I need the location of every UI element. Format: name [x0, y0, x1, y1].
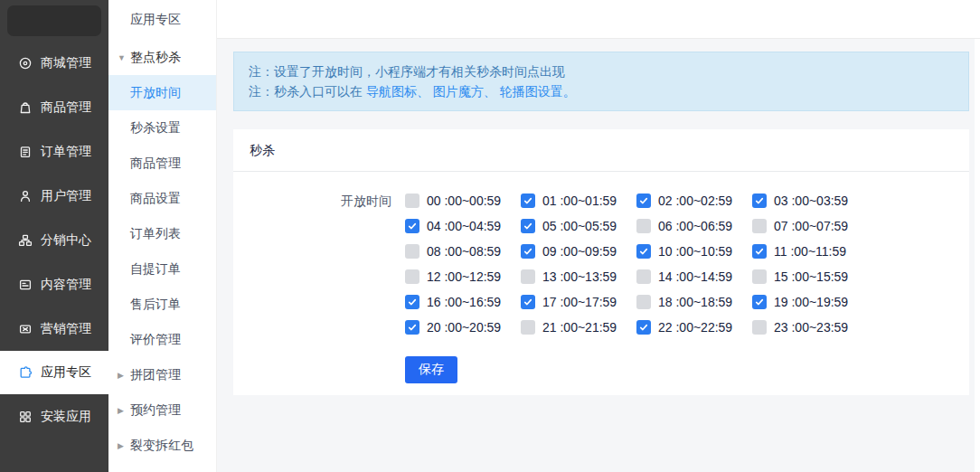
time-slot-label: 23 :00~23:59	[774, 320, 848, 335]
time-slot-option-11[interactable]: 11 :00~11:59	[752, 239, 868, 264]
submenu-item-label: 预约管理	[130, 402, 181, 419]
time-slot-option-19[interactable]: 19 :00~19:59	[752, 289, 868, 315]
sidebar-item-users[interactable]: 用户管理	[0, 174, 108, 218]
checkbox-checked-icon[interactable]	[405, 320, 419, 335]
submenu-item-label: 拼团管理	[130, 367, 181, 383]
time-slot-option-5[interactable]: 05 :00~05:59	[521, 213, 636, 239]
checkbox-checked-icon[interactable]	[636, 244, 651, 259]
time-slot-option-2[interactable]: 02 :00~02:59	[636, 188, 752, 213]
checkbox-checked-icon[interactable]	[521, 194, 535, 208]
checkbox-unchecked-icon[interactable]	[405, 269, 419, 284]
time-slot-option-8[interactable]: 08 :00~08:59	[405, 239, 521, 264]
submenu-item-label: 秒杀设置	[130, 120, 181, 137]
checkbox-checked-icon[interactable]	[521, 295, 535, 309]
sidebar-item-label: 分销中心	[41, 232, 91, 249]
time-slot-option-23[interactable]: 23 :00~23:59	[752, 315, 868, 340]
sidebar-item-orders[interactable]: 订单管理	[0, 129, 108, 174]
sidebar-item-goods[interactable]: 商品管理	[0, 85, 108, 129]
submenu-item-5[interactable]: 商品设置	[108, 181, 216, 216]
panel-title: 秒杀	[233, 129, 969, 171]
time-slot-label: 15 :00~15:59	[774, 269, 848, 284]
time-slot-option-16[interactable]: 16 :00~16:59	[405, 289, 521, 315]
time-slot-option-17[interactable]: 17 :00~17:59	[521, 289, 636, 315]
submenu-item-7[interactable]: 自提订单	[108, 251, 216, 287]
time-slot-option-21[interactable]: 21 :00~21:59	[521, 315, 636, 340]
submenu-item-6[interactable]: 订单列表	[108, 216, 216, 251]
checkbox-checked-icon[interactable]	[752, 295, 767, 309]
checkbox-unchecked-icon[interactable]	[521, 320, 535, 335]
submenu-item-10[interactable]: ▶拼团管理	[108, 357, 216, 392]
main-sidebar: 商城管理商品管理订单管理用户管理分销中心内容管理营销管理应用专区安装应用	[0, 0, 108, 472]
time-slot-label: 09 :00~09:59	[542, 244, 617, 259]
checkbox-unchecked-icon[interactable]	[752, 269, 767, 284]
sidebar-item-content[interactable]: 内容管理	[0, 262, 108, 307]
sidebar-item-apps[interactable]: 应用专区	[0, 351, 108, 394]
checkbox-unchecked-icon[interactable]	[405, 194, 419, 208]
sidebar-item-mall[interactable]: 商城管理	[0, 41, 108, 85]
checkbox-unchecked-icon[interactable]	[752, 320, 767, 335]
sidebar-item-marketing[interactable]: 营销管理	[0, 307, 108, 351]
time-slot-label: 03 :00~03:59	[774, 194, 848, 208]
checkbox-unchecked-icon[interactable]	[636, 269, 651, 284]
time-slot-option-6[interactable]: 06 :00~06:59	[636, 213, 752, 239]
save-button[interactable]: 保存	[405, 356, 457, 383]
submenu-item-3[interactable]: 秒杀设置	[108, 110, 216, 146]
time-slot-option-14[interactable]: 14 :00~14:59	[636, 264, 752, 289]
time-slot-option-12[interactable]: 12 :00~12:59	[405, 264, 521, 289]
orders-icon	[18, 145, 33, 159]
time-slot-option-20[interactable]: 20 :00~20:59	[405, 315, 521, 340]
time-slot-option-4[interactable]: 04 :00~04:59	[405, 213, 521, 239]
time-slot-label: 07 :00~07:59	[774, 219, 848, 233]
scrollbar-track[interactable]	[975, 39, 980, 472]
checkbox-unchecked-icon[interactable]	[521, 269, 535, 284]
checkbox-checked-icon[interactable]	[405, 295, 419, 309]
logo-placeholder	[7, 5, 101, 36]
time-slot-option-18[interactable]: 18 :00~18:59	[636, 289, 752, 315]
submenu-item-1[interactable]: ▼整点秒杀	[108, 40, 216, 75]
time-slot-label: 16 :00~16:59	[427, 295, 501, 309]
notice-entry-links[interactable]: 导航图标、 图片魔方、 轮播图设置。	[366, 84, 576, 99]
open-time-label: 开放时间	[233, 188, 391, 340]
time-slot-option-7[interactable]: 07 :00~07:59	[752, 213, 868, 239]
submenu-item-label: 裂变拆红包	[130, 438, 193, 454]
checkbox-checked-icon[interactable]	[405, 219, 419, 233]
checkbox-checked-icon[interactable]	[752, 194, 767, 208]
submenu-item-9[interactable]: 评价管理	[108, 322, 216, 357]
time-slot-option-13[interactable]: 13 :00~13:59	[521, 264, 636, 289]
submenu-item-8[interactable]: 售后订单	[108, 287, 216, 322]
submenu-item-2[interactable]: 开放时间	[108, 75, 216, 110]
time-slot-option-15[interactable]: 15 :00~15:59	[752, 264, 868, 289]
main-content: 注：设置了开放时间，小程序端才有相关秒杀时间点出现 注：秒杀入口可以在 导航图标…	[217, 0, 980, 472]
main-nav: 商城管理商品管理订单管理用户管理分销中心内容管理营销管理应用专区安装应用	[0, 41, 108, 439]
checkbox-unchecked-icon[interactable]	[405, 244, 419, 259]
time-slot-label: 20 :00~20:59	[427, 320, 501, 335]
sidebar-item-label: 应用专区	[41, 364, 91, 381]
time-slot-label: 08 :00~08:59	[427, 244, 501, 259]
submenu-item-0[interactable]: 应用专区	[108, 0, 216, 40]
time-slot-option-0[interactable]: 00 :00~00:59	[405, 188, 521, 213]
checkbox-unchecked-icon[interactable]	[752, 219, 767, 233]
checkbox-checked-icon[interactable]	[636, 194, 651, 208]
time-slot-option-9[interactable]: 09 :00~09:59	[521, 239, 636, 264]
checkbox-checked-icon[interactable]	[521, 219, 535, 233]
checkbox-checked-icon[interactable]	[521, 244, 535, 259]
notice-line-1: 注：设置了开放时间，小程序端才有相关秒杀时间点出现	[249, 61, 954, 81]
time-slot-label: 17 :00~17:59	[542, 295, 617, 309]
time-slot-label: 12 :00~12:59	[427, 269, 501, 284]
submenu-item-12[interactable]: ▶裂变拆红包	[108, 428, 216, 463]
checkbox-checked-icon[interactable]	[636, 320, 651, 335]
sidebar-item-label: 商品管理	[41, 99, 91, 116]
time-slot-label: 22 :00~22:59	[658, 320, 732, 335]
submenu-item-label: 评价管理	[130, 332, 181, 348]
submenu-item-11[interactable]: ▶预约管理	[108, 392, 216, 428]
time-slot-option-3[interactable]: 03 :00~03:59	[752, 188, 868, 213]
sidebar-item-install[interactable]: 安装应用	[0, 394, 108, 439]
checkbox-unchecked-icon[interactable]	[636, 295, 651, 309]
time-slot-option-22[interactable]: 22 :00~22:59	[636, 315, 752, 340]
time-slot-option-1[interactable]: 01 :00~01:59	[521, 188, 636, 213]
checkbox-checked-icon[interactable]	[752, 244, 767, 259]
time-slot-option-10[interactable]: 10 :00~10:59	[636, 239, 752, 264]
checkbox-unchecked-icon[interactable]	[636, 219, 651, 233]
sidebar-item-distribution[interactable]: 分销中心	[0, 218, 108, 262]
submenu-item-4[interactable]: 商品管理	[108, 146, 216, 181]
